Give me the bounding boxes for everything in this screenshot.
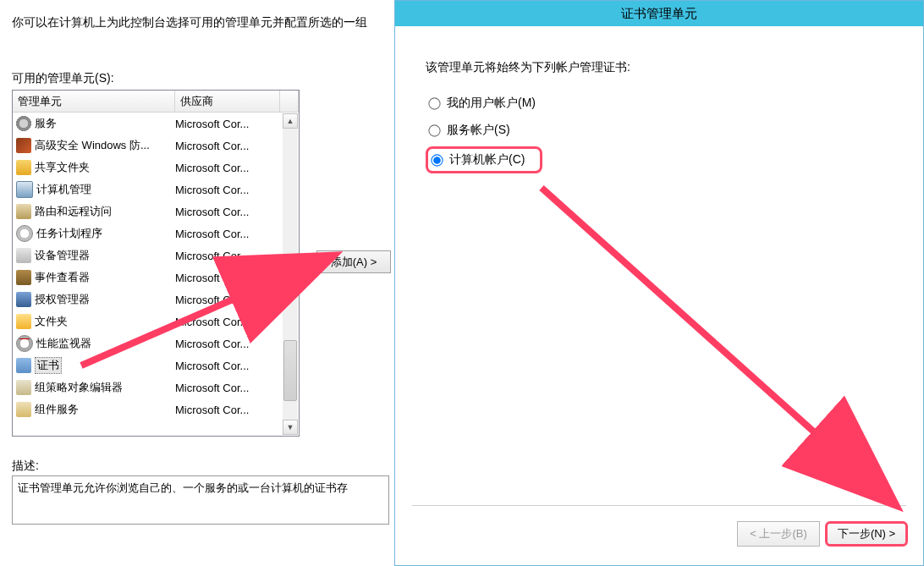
list-item[interactable]: 设备管理器Microsoft Cor... xyxy=(13,245,299,267)
available-snapins-list[interactable]: 管理单元 供应商 服务Microsoft Cor...高级安全 Windows … xyxy=(12,90,300,437)
list-item-name: 文件夹 xyxy=(35,314,68,329)
list-item[interactable]: 路由和远程访问Microsoft Cor... xyxy=(13,201,299,223)
list-item-name-cell: 服务 xyxy=(16,116,175,131)
list-item-name-cell: 任务计划程序 xyxy=(16,225,175,242)
list-item[interactable]: 组件服务Microsoft Cor... xyxy=(13,398,299,420)
list-item-vendor: Microsoft Cor... xyxy=(175,294,280,306)
list-item[interactable]: 服务Microsoft Cor... xyxy=(13,113,299,135)
wizard-title: 证书管理单元 xyxy=(395,1,923,26)
column-vendor[interactable]: 供应商 xyxy=(175,91,280,113)
list-item-name: 高级安全 Windows 防... xyxy=(35,138,150,153)
list-item-vendor: Microsoft Cor... xyxy=(175,316,280,328)
list-item-name: 计算机管理 xyxy=(36,182,91,197)
list-item-name-cell: 设备管理器 xyxy=(16,248,175,263)
list-item-vendor: Microsoft Cor... xyxy=(175,404,280,416)
list-item-vendor: Microsoft Cor... xyxy=(175,118,280,130)
snapin-icon xyxy=(16,358,31,373)
scroll-down-button[interactable]: ▼ xyxy=(283,420,298,435)
list-item-name: 设备管理器 xyxy=(35,248,90,263)
radio-service-account[interactable]: 服务帐户(S) xyxy=(426,119,542,141)
list-item-name: 性能监视器 xyxy=(36,336,91,351)
snapin-icon xyxy=(16,335,33,352)
column-scroll-gutter xyxy=(280,91,299,113)
certificates-wizard-dialog: 证书管理单元 该管理单元将始终为下列帐户管理证书: 我的用户帐户(M) 服务帐户… xyxy=(394,0,924,566)
back-button[interactable]: < 上一步(B) xyxy=(737,521,820,547)
list-item-vendor: Microsoft Cor... xyxy=(175,206,280,218)
list-item-vendor: Microsoft Cor... xyxy=(175,338,280,350)
list-item[interactable]: 计算机管理Microsoft Cor... xyxy=(13,179,299,201)
list-item-vendor: Microsoft Cor... xyxy=(175,272,280,284)
list-item-vendor: Microsoft Cor... xyxy=(175,140,280,152)
snapin-icon xyxy=(16,402,31,417)
snapin-icon xyxy=(16,292,31,307)
list-item-name-cell: 性能监视器 xyxy=(16,335,175,352)
description-box: 证书管理单元允许你浏览自己的、一个服务的或一台计算机的证书存 xyxy=(12,475,389,525)
add-button[interactable]: 添加(A) > xyxy=(316,250,391,273)
radio-computer-label: 计算机帐户(C) xyxy=(449,152,525,168)
snapin-icon xyxy=(16,204,31,219)
scroll-track[interactable] xyxy=(283,129,298,420)
list-item-vendor: Microsoft Cor... xyxy=(175,382,280,394)
list-item[interactable]: 任务计划程序Microsoft Cor... xyxy=(13,223,299,245)
column-name[interactable]: 管理单元 xyxy=(13,91,175,113)
snapin-icon xyxy=(16,116,31,131)
radio-computer-input[interactable] xyxy=(431,154,443,166)
list-item[interactable]: 共享文件夹Microsoft Cor... xyxy=(13,157,299,179)
list-item-name-cell: 路由和远程访问 xyxy=(16,204,175,219)
account-radio-group: 我的用户帐户(M) 服务帐户(S) 计算机帐户(C) xyxy=(426,92,542,173)
list-item-name-cell: 文件夹 xyxy=(16,314,175,329)
radio-user-input[interactable] xyxy=(428,97,440,109)
scroll-thumb[interactable] xyxy=(283,340,297,401)
list-item-vendor: Microsoft Cor... xyxy=(175,228,280,240)
wizard-prompt: 该管理单元将始终为下列帐户管理证书: xyxy=(426,60,893,75)
radio-computer-account[interactable]: 计算机帐户(C) xyxy=(426,146,542,173)
list-item-name: 授权管理器 xyxy=(35,292,90,307)
radio-service-label: 服务帐户(S) xyxy=(447,123,510,138)
list-item[interactable]: 证书Microsoft Cor... xyxy=(13,354,299,376)
list-item-name-cell: 计算机管理 xyxy=(16,181,175,198)
list-item-name: 共享文件夹 xyxy=(35,160,90,175)
list-item[interactable]: 文件夹Microsoft Cor... xyxy=(13,310,299,332)
list-header: 管理单元 供应商 xyxy=(13,91,299,113)
scroll-up-button[interactable]: ▲ xyxy=(283,113,298,129)
wizard-separator xyxy=(412,505,906,506)
list-item-vendor: Microsoft Cor... xyxy=(175,250,280,262)
list-item-name: 证书 xyxy=(35,357,62,374)
list-item[interactable]: 性能监视器Microsoft Cor... xyxy=(13,332,299,354)
snapin-icon xyxy=(16,248,31,263)
list-item-name: 组策略对象编辑器 xyxy=(35,380,123,395)
list-item-name-cell: 组策略对象编辑器 xyxy=(16,380,175,395)
list-item-vendor: Microsoft Cor... xyxy=(175,360,280,372)
snapin-icon xyxy=(16,225,33,242)
list-item-name-cell: 授权管理器 xyxy=(16,292,175,307)
list-item-name-cell: 共享文件夹 xyxy=(16,160,175,175)
list-item-name: 路由和远程访问 xyxy=(35,204,112,219)
description-text: 证书管理单元允许你浏览自己的、一个服务的或一台计算机的证书存 xyxy=(18,481,348,494)
list-item-name-cell: 证书 xyxy=(16,357,175,374)
snapin-icon xyxy=(16,270,31,285)
description-label: 描述: xyxy=(12,459,39,474)
snapin-icon xyxy=(16,380,31,395)
snapin-icon xyxy=(16,138,31,153)
list-item-name: 组件服务 xyxy=(35,402,79,417)
instruction-text: 你可以在计算机上为此控制台选择可用的管理单元并配置所选的一组 xyxy=(12,15,386,30)
list-item[interactable]: 事件查看器Microsoft Cor... xyxy=(13,267,299,288)
list-item-vendor: Microsoft Cor... xyxy=(175,184,280,196)
next-button[interactable]: 下一步(N) > xyxy=(825,521,908,547)
add-snapins-dialog: 你可以在计算机上为此控制台选择可用的管理单元并配置所选的一组 可用的管理单元(S… xyxy=(0,0,396,566)
list-body: 服务Microsoft Cor...高级安全 Windows 防...Micro… xyxy=(13,113,299,436)
list-scrollbar[interactable]: ▲ ▼ xyxy=(283,113,298,435)
snapin-icon xyxy=(16,160,31,175)
list-item[interactable]: 授权管理器Microsoft Cor... xyxy=(13,288,299,310)
list-item-name: 服务 xyxy=(35,116,57,131)
list-item[interactable]: 高级安全 Windows 防...Microsoft Cor... xyxy=(13,135,299,157)
list-item-name: 事件查看器 xyxy=(35,270,90,285)
list-item-vendor: Microsoft Cor... xyxy=(175,162,280,174)
list-item-name-cell: 高级安全 Windows 防... xyxy=(16,138,175,153)
radio-user-account[interactable]: 我的用户帐户(M) xyxy=(426,92,542,114)
list-item-name-cell: 事件查看器 xyxy=(16,270,175,285)
snapin-icon xyxy=(16,314,31,329)
radio-service-input[interactable] xyxy=(428,124,440,136)
radio-user-label: 我的用户帐户(M) xyxy=(447,96,536,111)
list-item[interactable]: 组策略对象编辑器Microsoft Cor... xyxy=(13,376,299,398)
